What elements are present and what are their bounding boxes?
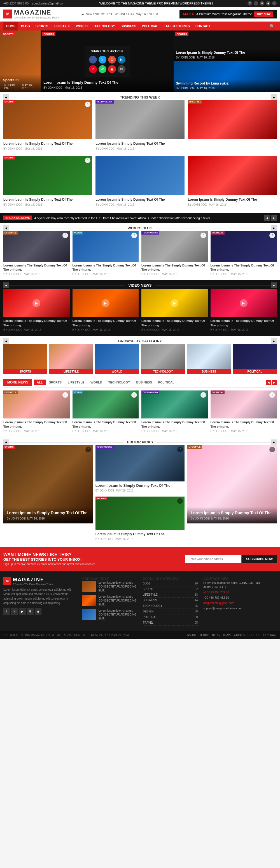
more-badge-3: TECHNOLOGY [142, 391, 159, 394]
editor-right-share[interactable]: ⤴ [269, 447, 275, 452]
browse-img-political [233, 344, 277, 369]
footer-popular-posts: POPULAR POST Lorem ipsum dolor sit amet,… [82, 577, 137, 626]
footer-tw-icon[interactable]: 𝕏 [11, 608, 18, 615]
browse-next[interactable]: ▶ [271, 338, 277, 344]
google-icon[interactable]: G [260, 1, 264, 6]
play-btn-1[interactable]: ▶ [32, 299, 40, 307]
nav-contact[interactable]: CONTACT [193, 22, 213, 31]
footer-cat-political-name: POLITICAL [143, 616, 157, 619]
footer-link-blog[interactable]: BLOG [212, 633, 220, 637]
play-btn-2[interactable]: ▶ [102, 299, 110, 307]
footer-gp-icon[interactable]: G [27, 608, 34, 615]
more-img-3 [142, 391, 208, 418]
footer-yt-icon[interactable]: ▶ [19, 608, 26, 615]
browse-prev[interactable]: ◀ [3, 338, 9, 344]
editor-prev[interactable]: ◀ [3, 439, 9, 445]
play-btn-3[interactable]: ▶ [170, 299, 178, 307]
nav-world[interactable]: WORLD [73, 22, 90, 31]
browse-item-lifestyle[interactable]: LIFESTYLE [49, 344, 93, 374]
tab-business[interactable]: BUSINESS [133, 379, 155, 385]
buy-now-button[interactable]: BUY NOW [254, 11, 273, 17]
breaking-prev[interactable]: ◀ [264, 215, 270, 221]
tab-political[interactable]: POLITICAL [155, 379, 177, 385]
share-email[interactable]: ✉ [118, 65, 125, 73]
more-share-1[interactable]: ⤴ [62, 392, 68, 398]
logo[interactable]: M MAGAZINE A Premium WordPress Magazine … [3, 9, 60, 19]
facebook-icon[interactable]: f [254, 1, 258, 6]
nav-home[interactable]: HOME [3, 22, 18, 31]
breaking-next[interactable]: ▶ [271, 215, 277, 221]
tab-world[interactable]: WORLD [88, 379, 105, 385]
rss-icon[interactable]: ◉ [266, 1, 271, 6]
twitter-icon[interactable]: 𝕏 [248, 1, 252, 6]
trending-badge-3: LIFESTYLE [188, 100, 202, 103]
more-date-1: MAY 16, 2016 [24, 430, 41, 433]
browse-item-political[interactable]: POLITICAL [233, 344, 277, 374]
newsletter-section: WANT MORE NEWS LIKE THIS? GET THE BEST S… [0, 547, 280, 571]
footer-link-culture[interactable]: CULTURE [248, 633, 260, 637]
nav-political[interactable]: POLITICAL [139, 22, 161, 31]
more-share-3[interactable]: ⤴ [200, 392, 206, 398]
nav-business[interactable]: BUSINESS [118, 22, 139, 31]
footer-link-contact[interactable]: CONTACT [263, 633, 277, 637]
trending-prev[interactable]: ◀ [3, 94, 9, 100]
hot-img-1 [3, 231, 70, 262]
more-next[interactable]: ▶ [272, 380, 277, 385]
hot-share-2[interactable]: ⤴ [131, 232, 137, 238]
footer-link-about[interactable]: ABOUT [187, 633, 196, 637]
browse-item-world[interactable]: WORLD [95, 344, 139, 374]
weather-time: 5:00PM [148, 12, 158, 16]
browse-label-world: WORLD [95, 369, 139, 374]
share-pinterest[interactable]: P [89, 65, 97, 73]
trending-body-3 [188, 139, 277, 144]
play-btn-4[interactable]: ▶ [240, 299, 248, 307]
browse-item-sports[interactable]: SPORTS [3, 344, 47, 374]
browse-item-tech[interactable]: TECHNOLOGY [141, 344, 185, 374]
hero-right-bottom-overlay: Swimming Record by Luna sukia BY JOHN DO… [174, 79, 280, 92]
trending-next[interactable]: ▶ [271, 94, 277, 100]
footer-link-terms[interactable]: TERMS [199, 633, 209, 637]
hot-share-3[interactable]: ⤴ [200, 232, 206, 238]
tab-all[interactable]: ALL [34, 379, 45, 385]
hot-share-4[interactable]: ⤴ [269, 232, 275, 238]
hot-prev[interactable]: ◀ [3, 225, 9, 231]
editor-left-share[interactable]: ⤴ [85, 447, 91, 452]
share-facebook[interactable]: f [89, 56, 97, 64]
video-prev[interactable]: ◀ [3, 282, 9, 288]
share-whatsapp[interactable]: W [99, 65, 106, 73]
video-next[interactable]: ▶ [271, 282, 277, 288]
tab-lifestyle[interactable]: LIFESTYLE [65, 379, 87, 385]
linkedin-icon[interactable]: in [272, 1, 277, 6]
share-google[interactable]: G [108, 56, 116, 64]
footer-link-travel[interactable]: TRAVEL GUIDES [223, 633, 245, 637]
hero-left-badge: SPORTS [2, 32, 15, 36]
nav-technology[interactable]: TECHNOLOGY [90, 22, 118, 31]
share-linkedin[interactable]: in [118, 56, 125, 64]
more-prev[interactable]: ◀ [266, 380, 271, 385]
editor-center-bottom-share[interactable]: ⤴ [177, 498, 183, 504]
hot-next[interactable]: ▶ [271, 225, 277, 231]
tab-technology[interactable]: TECHNOLOGY [105, 379, 133, 385]
footer-rss-icon[interactable]: ◉ [35, 608, 41, 615]
footer-cat-business-name: BUSINESS [143, 599, 157, 602]
browse-item-business[interactable]: BUSINESS [187, 344, 231, 374]
nav-latest-stories[interactable]: LATEST STORIES [161, 22, 193, 31]
search-icon[interactable]: 🔍 [268, 22, 277, 31]
newsletter-subscribe-button[interactable]: SUBSCRIBE NOW [242, 555, 277, 563]
share-rss[interactable]: ◉ [108, 65, 116, 73]
footer-cat-design-name: DESIGN [143, 610, 153, 613]
share-twitter[interactable]: 𝕏 [99, 56, 106, 64]
footer-fb-icon[interactable]: f [3, 608, 10, 615]
nav-blog[interactable]: BLOG [18, 22, 33, 31]
tab-sports[interactable]: SPORTS [46, 379, 64, 385]
nav-lifestyle[interactable]: LIFESTYLE [51, 22, 73, 31]
footer-desc: Lorem ipsum dolor sit amet, consectetur … [3, 588, 77, 606]
whats-hot-section: ◀ WHAT'S HOT? ▶ LIFESTYLE ⤴ Lorem Ipsum … [0, 223, 280, 280]
trending-share-4[interactable]: ⤴ [85, 158, 90, 163]
editor-next[interactable]: ▶ [271, 439, 277, 445]
editor-center-top-share[interactable]: ⤴ [177, 447, 183, 452]
nav-sports[interactable]: SPORTS [33, 22, 51, 31]
newsletter-email-input[interactable] [185, 555, 241, 563]
footer-cat-design: DESIGN 08 [143, 609, 198, 614]
hot-share-1[interactable]: ⤴ [62, 232, 68, 238]
